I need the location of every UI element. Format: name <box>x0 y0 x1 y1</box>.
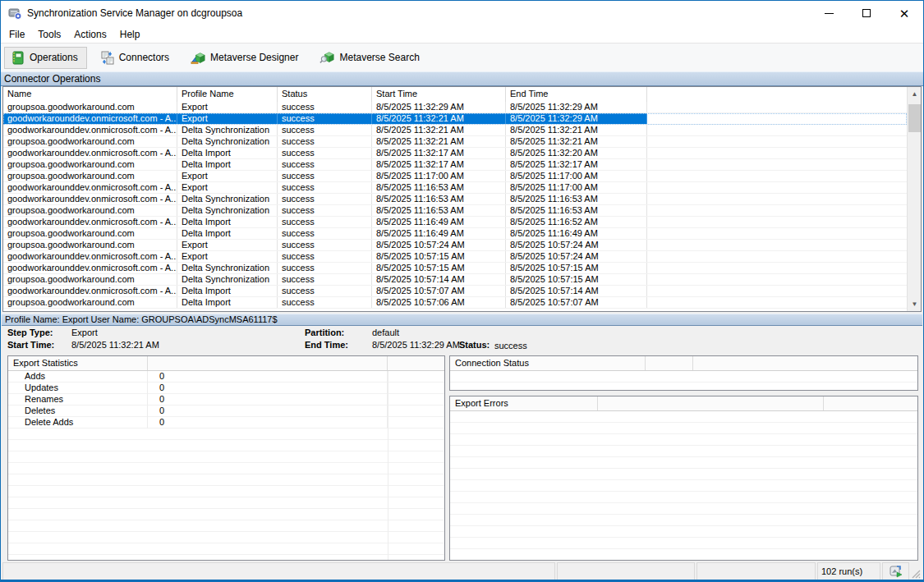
scrollbar-thumb[interactable] <box>908 104 921 132</box>
cell-start-time: 8/5/2025 11:32:21 AM <box>372 113 506 124</box>
menu-actions[interactable]: Actions <box>67 27 113 42</box>
close-button[interactable]: ✕ <box>885 1 923 25</box>
cell-name: goodworkarounddev.onmicrosoft.com - A... <box>3 263 177 273</box>
cell-status: success <box>278 205 372 216</box>
cell-profile-name: Export <box>177 102 278 112</box>
operations-list: NameProfile NameStatusStart TimeEnd Time… <box>2 86 922 312</box>
scroll-up-button[interactable]: ▲ <box>908 87 922 101</box>
cell-status: success <box>278 228 372 239</box>
cell-name: goodworkarounddev.onmicrosoft.com - A... <box>3 182 177 193</box>
partition-label: Partition: <box>305 328 344 337</box>
connectors-icon <box>99 50 115 66</box>
column-header-profile-name[interactable]: Profile Name <box>177 87 278 102</box>
statistics-row: Renames0 <box>8 394 444 406</box>
statistic-label: Delete Adds <box>8 417 148 428</box>
minimize-button[interactable] <box>810 1 848 25</box>
cell-end-time: 8/5/2025 11:32:29 AM <box>506 113 647 124</box>
table-row[interactable]: goodworkarounddev.onmicrosoft.com - A...… <box>3 125 907 136</box>
toolbar-button-label: Metaverse Designer <box>210 52 298 63</box>
cell-name: goodworkarounddev.onmicrosoft.com - A... <box>3 113 177 124</box>
window-title: Synchronization Service Manager on dcgro… <box>27 7 242 19</box>
cell-name: groupsoa.goodworkaround.com <box>3 159 177 170</box>
toolbar-button-label: Operations <box>30 52 78 63</box>
cell-name: goodworkarounddev.onmicrosoft.com - A... <box>3 217 177 227</box>
table-row[interactable]: groupsoa.goodworkaround.comDelta Imports… <box>3 159 907 171</box>
cell-start-time: 8/5/2025 11:32:29 AM <box>372 102 506 112</box>
table-row[interactable]: groupsoa.goodworkaround.comExportsuccess… <box>3 102 907 113</box>
statistic-value: 0 <box>148 383 388 394</box>
cell-start-time: 8/5/2025 11:16:49 AM <box>372 228 506 239</box>
cell-start-time: 8/5/2025 11:32:17 AM <box>372 159 506 170</box>
table-row[interactable]: groupsoa.goodworkaround.comDelta Imports… <box>3 297 907 309</box>
cell-start-time: 8/5/2025 10:57:15 AM <box>372 263 506 273</box>
cell-end-time: 8/5/2025 11:17:00 AM <box>506 171 647 181</box>
table-row[interactable]: goodworkarounddev.onmicrosoft.com - A...… <box>3 251 907 263</box>
table-row[interactable]: groupsoa.goodworkaround.comDelta Synchro… <box>3 274 907 286</box>
cell-status: success <box>278 286 372 296</box>
table-row[interactable]: groupsoa.goodworkaround.comExportsuccess… <box>3 171 907 182</box>
table-row[interactable]: goodworkarounddev.onmicrosoft.com - A...… <box>3 263 907 274</box>
toolbar-button-connectors[interactable]: Connectors <box>94 47 178 69</box>
minimize-icon <box>825 13 834 14</box>
table-row[interactable]: goodworkarounddev.onmicrosoft.com - A...… <box>3 113 907 125</box>
cell-name: goodworkarounddev.onmicrosoft.com - A... <box>3 125 177 135</box>
cell-end-time: 8/5/2025 11:16:52 AM <box>506 217 647 227</box>
toolbar-button-metaverse-search[interactable]: Metaverse Search <box>314 47 428 69</box>
toolbar-button-metaverse-designer[interactable]: Metaverse Designer <box>185 47 307 69</box>
connection-status-body <box>450 371 917 390</box>
resize-grip[interactable] <box>911 562 922 580</box>
table-row[interactable]: goodworkarounddev.onmicrosoft.com - A...… <box>3 182 907 194</box>
toolbar-button-operations[interactable]: Operations <box>4 47 87 69</box>
cell-start-time: 8/5/2025 10:57:14 AM <box>372 274 506 285</box>
profile-detail-header: Profile Name: Export User Name: GROUPSOA… <box>2 314 922 326</box>
cell-end-time: 8/5/2025 10:57:15 AM <box>506 274 647 285</box>
cell-start-time: 8/5/2025 10:57:06 AM <box>372 297 506 308</box>
table-row[interactable]: goodworkarounddev.onmicrosoft.com - A...… <box>3 217 907 228</box>
column-header-end-time[interactable]: End Time <box>506 87 647 102</box>
cell-end-time: 8/5/2025 11:32:20 AM <box>506 148 647 158</box>
column-header-filler <box>647 87 907 102</box>
table-row[interactable]: groupsoa.goodworkaround.comDelta Synchro… <box>3 136 907 148</box>
cell-profile-name: Export <box>177 240 278 250</box>
export-statistics-title[interactable]: Export Statistics <box>8 356 148 370</box>
table-row[interactable]: groupsoa.goodworkaround.comExportsuccess… <box>3 240 907 251</box>
table-row[interactable]: goodworkarounddev.onmicrosoft.com - A...… <box>3 194 907 205</box>
connection-status-title[interactable]: Connection Status <box>450 356 646 370</box>
maximize-icon <box>862 9 871 17</box>
table-row[interactable]: groupsoa.goodworkaround.comDelta Synchro… <box>3 205 907 217</box>
export-errors-title[interactable]: Export Errors <box>450 396 598 410</box>
cell-end-time: 8/5/2025 10:57:24 AM <box>506 251 647 262</box>
statistic-value: 0 <box>148 406 388 417</box>
step-type-value: Export <box>71 328 98 337</box>
cell-profile-name: Delta Import <box>177 228 278 239</box>
end-time-value: 8/5/2025 11:32:29 AM <box>372 340 460 350</box>
cell-status: success <box>278 217 372 227</box>
maximize-button[interactable] <box>848 1 885 25</box>
cell-name: groupsoa.goodworkaround.com <box>3 274 177 285</box>
cell-name: groupsoa.goodworkaround.com <box>3 136 177 147</box>
cell-end-time: 8/5/2025 11:16:53 AM <box>506 205 647 216</box>
cell-profile-name: Delta Import <box>177 148 278 158</box>
table-row[interactable]: goodworkarounddev.onmicrosoft.com - A...… <box>3 286 907 297</box>
vertical-scrollbar[interactable]: ▲ ▼ <box>907 87 921 311</box>
table-row[interactable]: goodworkarounddev.onmicrosoft.com - A...… <box>3 148 907 159</box>
cell-profile-name: Export <box>177 182 278 193</box>
cell-end-time: 8/5/2025 11:32:21 AM <box>506 136 647 147</box>
menu-tools[interactable]: Tools <box>31 27 67 42</box>
scroll-down-button[interactable]: ▼ <box>908 297 922 311</box>
statistics-row: Adds0 <box>8 371 444 383</box>
cell-profile-name: Delta Import <box>177 159 278 170</box>
cell-end-time: 8/5/2025 11:32:17 AM <box>506 159 647 170</box>
menu-file[interactable]: File <box>2 27 31 42</box>
cell-start-time: 8/5/2025 11:16:53 AM <box>372 205 506 216</box>
window-bottom-edge <box>1 580 923 581</box>
column-header-name[interactable]: Name <box>3 87 177 102</box>
cell-status: success <box>278 148 372 158</box>
menu-help[interactable]: Help <box>113 27 147 42</box>
cell-end-time: 8/5/2025 10:57:24 AM <box>506 240 647 250</box>
cell-profile-name: Export <box>177 171 278 181</box>
end-time-label: End Time: <box>305 340 348 350</box>
table-row[interactable]: groupsoa.goodworkaround.comDelta Imports… <box>3 228 907 240</box>
column-header-status[interactable]: Status <box>278 87 372 102</box>
column-header-start-time[interactable]: Start Time <box>372 87 506 102</box>
